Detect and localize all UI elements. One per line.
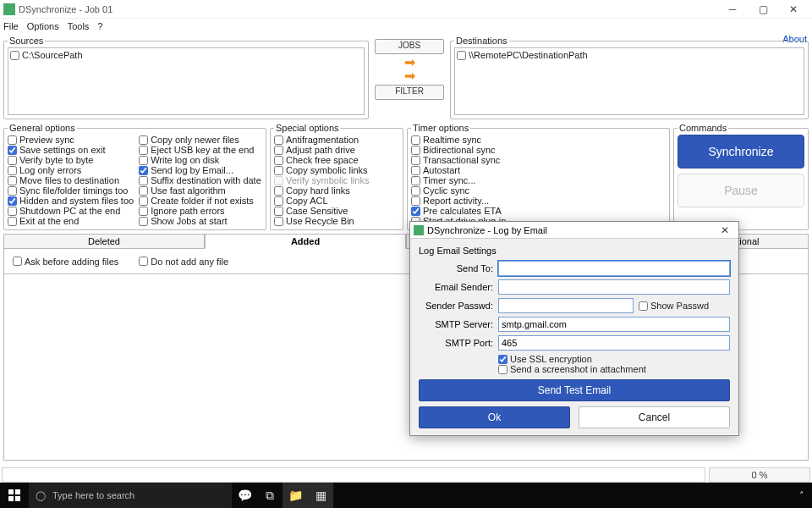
search-icon: ◯ (36, 490, 46, 501)
timer-opt-3[interactable]: Autostart (411, 165, 666, 175)
cancel-button[interactable]: Cancel (579, 406, 730, 428)
ssl-checkbox[interactable]: Use SSL encryption (498, 354, 730, 364)
timer-opt-4[interactable]: Timer sync... (411, 175, 666, 185)
general-opt-3[interactable]: Log only errors (8, 165, 134, 175)
tab-added[interactable]: Added (205, 234, 406, 249)
send-test-email-button[interactable]: Send Test Email (419, 379, 730, 401)
general-opt2-7[interactable]: Ignore path errors (139, 206, 262, 216)
search-placeholder: Type here to search (52, 490, 134, 500)
dialog-close-button[interactable]: ✕ (715, 224, 735, 236)
ok-button[interactable]: Ok (419, 406, 570, 428)
general-opt2-2[interactable]: Write log on disk (139, 155, 262, 165)
general-opt2-8[interactable]: Show Jobs at start (139, 216, 262, 226)
general-legend: General options (8, 123, 77, 133)
general-opt-4[interactable]: Move files to destination (8, 175, 134, 185)
timer-opt-2[interactable]: Transactional sync (411, 155, 666, 165)
general-opt2-5[interactable]: Use fast algorithm (139, 185, 262, 196)
menu-bar: File Options Tools ? (0, 19, 812, 34)
general-opt-7[interactable]: Shutdown PC at the end (8, 206, 134, 216)
timer-legend: Timer options (411, 123, 470, 133)
start-button[interactable] (0, 483, 29, 508)
svg-rect-1 (15, 489, 20, 494)
timer-options-group: Timer options Realtime syncBidirectional… (407, 123, 670, 230)
tray-chevron-icon[interactable]: ˄ (792, 490, 812, 501)
commands-legend: Commands (678, 123, 728, 133)
source-item[interactable]: C:\SourcePath (10, 50, 362, 60)
jobs-button[interactable]: JOBS (375, 39, 444, 54)
maximize-button[interactable]: ▢ (748, 0, 778, 19)
general-opt2-4[interactable]: Suffix destination with date (139, 175, 262, 185)
special-opt-5[interactable]: Copy hard links (274, 185, 399, 196)
special-opt-2[interactable]: Check free space (274, 155, 399, 165)
menu-options[interactable]: Options (27, 21, 59, 31)
commands-group: Commands Synchronize Pause (673, 123, 809, 230)
general-opt-5[interactable]: Sync file/folder timings too (8, 185, 134, 196)
arrow-right-icon: ➡ (404, 71, 415, 81)
svg-rect-2 (8, 496, 14, 501)
general-opt-8[interactable]: Exit at the end (8, 216, 134, 226)
minimize-button[interactable]: ─ (717, 0, 748, 19)
do-not-add-checkbox[interactable]: Do not add any file (139, 257, 228, 267)
tab-deleted[interactable]: Deleted (3, 234, 205, 249)
general-opt-6[interactable]: Hidden and system files too (8, 196, 134, 206)
general-opt2-3[interactable]: Send log by Email... (139, 165, 262, 175)
special-opt-7[interactable]: Case Sensitive (274, 206, 399, 216)
port-input[interactable] (498, 335, 730, 351)
source-checkbox[interactable] (10, 51, 19, 60)
app-taskbar-icon[interactable]: ▦ (308, 483, 333, 508)
timer-opt-7[interactable]: Pre calculates ETA (411, 206, 666, 216)
progress-percent: 0 % (709, 467, 810, 483)
special-opt-0[interactable]: Antifragmentation (274, 135, 399, 145)
destination-checkbox[interactable] (457, 51, 466, 60)
timer-opt-1[interactable]: Bidirectional sync (411, 145, 666, 155)
window-controls: ─ ▢ ✕ (717, 0, 809, 19)
timer-opt-5[interactable]: Cyclic sync (411, 185, 666, 196)
timer-opt-0[interactable]: Realtime sync (411, 135, 666, 145)
special-opt-4: Verify symbolic links (274, 175, 399, 185)
taskbar-search[interactable]: ◯ Type here to search (29, 483, 232, 508)
dialog-heading: Log Email Settings (419, 246, 730, 256)
explorer-icon[interactable]: 📁 (283, 483, 308, 508)
timer-opt-6[interactable]: Report activity... (411, 196, 666, 206)
sources-list[interactable]: C:\SourcePath (8, 47, 365, 115)
show-passwd-checkbox[interactable]: Show Passwd (639, 301, 713, 311)
title-bar: DSynchronize - Job 01 ─ ▢ ✕ (0, 0, 812, 19)
special-opt-6[interactable]: Copy ACL (274, 196, 399, 206)
status-bar: 0 % (0, 467, 812, 483)
server-input[interactable] (498, 317, 730, 332)
arrow-right-icon: ➡ (404, 58, 415, 68)
synchronize-button[interactable]: Synchronize (678, 135, 804, 168)
sender-input[interactable] (498, 279, 730, 295)
cortana-icon[interactable]: 💬 (232, 483, 257, 508)
general-opt-0[interactable]: Preview sync (8, 135, 134, 145)
dialog-icon (414, 225, 424, 235)
passwd-input[interactable] (498, 298, 634, 313)
menu-tools[interactable]: Tools (68, 21, 90, 31)
general-opt2-0[interactable]: Copy only newer files (139, 135, 262, 145)
sendto-input[interactable] (498, 261, 730, 276)
menu-file[interactable]: File (3, 21, 19, 31)
general-opt2-1[interactable]: Eject USB key at the end (139, 145, 262, 155)
center-controls: JOBS ➡ ➡ FILTER (372, 34, 447, 119)
close-button[interactable]: ✕ (778, 0, 809, 19)
destination-item[interactable]: \\RemotePC\DestinationPath (457, 50, 802, 60)
task-view-icon[interactable]: ⧉ (257, 483, 283, 508)
special-opt-8[interactable]: Use Recycle Bin (274, 216, 399, 226)
passwd-label: Sender Passwd: (419, 301, 493, 311)
general-opt-1[interactable]: Save settings on exit (8, 145, 134, 155)
destinations-legend: Destinations (454, 36, 509, 46)
general-opt-2[interactable]: Verify byte to byte (8, 155, 134, 165)
sources-legend: Sources (8, 36, 45, 46)
filter-button[interactable]: FILTER (375, 85, 444, 100)
status-text (2, 467, 705, 483)
ask-before-adding-checkbox[interactable]: Ask before adding files (13, 257, 118, 267)
svg-rect-0 (8, 489, 14, 494)
special-opt-3[interactable]: Copy symbolic links (274, 165, 399, 175)
port-label: SMTP Port: (419, 338, 493, 348)
general-opt2-6[interactable]: Create folder if not exists (139, 196, 262, 206)
special-opt-1[interactable]: Adjust path drive (274, 145, 399, 155)
screenshot-checkbox[interactable]: Send a screenshot in attachment (498, 364, 730, 374)
svg-rect-3 (15, 496, 20, 501)
destinations-list[interactable]: \\RemotePC\DestinationPath (454, 47, 804, 115)
menu-help[interactable]: ? (97, 21, 102, 31)
